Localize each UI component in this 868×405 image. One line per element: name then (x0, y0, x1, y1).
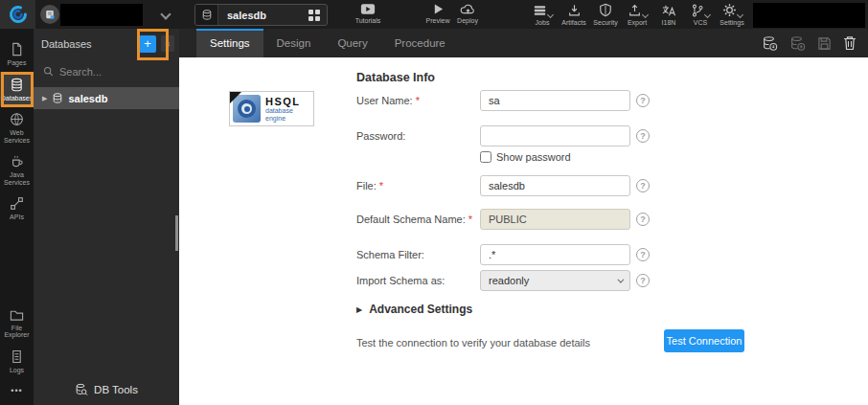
export-button[interactable]: Export (623, 3, 651, 26)
jobs-chevron-icon (546, 11, 553, 18)
show-password-option[interactable]: Show password (480, 151, 571, 163)
vcs-button[interactable]: VCS (686, 3, 715, 26)
deploy-button[interactable]: Deploy (449, 3, 486, 24)
reimport-db-button[interactable] (762, 35, 778, 52)
db-tab-label: salesdb (218, 10, 308, 21)
tutorials-label: Tutorials (355, 17, 381, 24)
add-database-button[interactable]: + (139, 35, 156, 53)
import-schema-help-icon[interactable]: ? (636, 274, 650, 287)
settings-content: HSQL database engine Database Info User … (179, 57, 868, 405)
db-tools-icon (75, 383, 88, 396)
test-connection-button[interactable]: Test Connection (664, 329, 744, 352)
gear-icon (722, 3, 737, 17)
jobs-label: Jobs (536, 19, 550, 26)
tab-procedure[interactable]: Procedure (381, 29, 459, 57)
folder-icon (10, 308, 24, 322)
settings-label: Settings (720, 19, 743, 26)
databases-icon (10, 78, 24, 92)
database-search[interactable] (34, 58, 179, 84)
sidebar-item-file-explorer[interactable]: File Explorer (0, 303, 34, 344)
advanced-settings-toggle[interactable]: ▶ Advanced Settings (356, 303, 472, 316)
advanced-expander-icon: ▶ (356, 305, 362, 314)
show-password-checkbox[interactable] (480, 151, 491, 163)
web-services-label: Web Services (0, 129, 34, 144)
grid-view-icon[interactable] (308, 10, 320, 21)
security-button[interactable]: Security (591, 3, 620, 26)
project-chevron-down-icon[interactable] (160, 9, 171, 19)
wavemaker-logo-icon (9, 5, 28, 24)
pages-icon (10, 42, 24, 56)
tutorials-button[interactable]: Tutorials (350, 3, 386, 24)
import-schema-select[interactable]: readonly (480, 270, 630, 291)
file-input[interactable] (480, 175, 630, 196)
delete-db-button[interactable] (843, 35, 857, 51)
sidebar-item-web-services[interactable]: Web Services (0, 106, 34, 148)
jobs-button[interactable]: Jobs (528, 3, 557, 26)
sidebar-item-java-services[interactable]: Java Services (0, 148, 34, 191)
open-database-tab[interactable]: salesdb (194, 4, 328, 26)
wavemaker-logo[interactable] (0, 0, 35, 29)
default-schema-input (480, 209, 630, 230)
i18n-button[interactable]: I18N (654, 3, 683, 26)
sidebar-more-button[interactable]: ••• (0, 378, 34, 405)
password-help-icon[interactable]: ? (636, 129, 650, 143)
artifacts-label: Artifacts (561, 19, 585, 26)
settings-button[interactable]: Settings (718, 3, 746, 26)
sidebar-item-pages[interactable]: Pages (0, 36, 34, 72)
deploy-label: Deploy (457, 17, 478, 24)
i18n-label: I18N (662, 19, 676, 26)
security-label: Security (593, 19, 617, 26)
db-tools-button[interactable]: DB Tools (34, 376, 179, 403)
databases-panel: Databases + « ▶ salesdb (34, 29, 179, 405)
sidebar-item-logs[interactable]: Logs (0, 344, 34, 379)
user-name-help-icon[interactable]: ? (636, 94, 650, 107)
tab-settings[interactable]: Settings (196, 29, 263, 57)
export-db-button[interactable] (789, 35, 806, 52)
schema-filter-help-icon[interactable]: ? (636, 248, 650, 261)
save-button[interactable] (817, 36, 832, 51)
sidebar-spacer (0, 226, 34, 303)
search-icon (43, 66, 54, 77)
hsql-logo-sub1: database (265, 107, 301, 115)
user-name-input[interactable] (480, 90, 630, 111)
play-icon (432, 3, 445, 15)
redacted-project-name (60, 4, 143, 26)
test-connection-hint: Test the connection to verify your datab… (356, 337, 590, 349)
hsql-logo-sub2: engine (265, 115, 301, 123)
collapse-panel-button[interactable]: « (161, 35, 174, 52)
expander-icon[interactable]: ▶ (42, 95, 47, 102)
database-icon (52, 92, 63, 104)
project-avatar[interactable] (40, 5, 59, 24)
tab-design[interactable]: Design (263, 29, 325, 57)
import-schema-label: Import Schema as: (356, 275, 445, 286)
vcs-label: VCS (694, 19, 707, 26)
logs-label: Logs (10, 367, 24, 374)
file-help-icon[interactable]: ? (636, 179, 650, 192)
user-name-label: User Name:* (356, 95, 420, 106)
sidebar-item-apis[interactable]: APIs (0, 191, 34, 226)
artifacts-button[interactable]: Artifacts (560, 3, 588, 26)
settings-chevron-icon (736, 11, 742, 18)
password-input[interactable] (480, 125, 630, 146)
search-input[interactable] (59, 66, 155, 78)
file-explorer-label: File Explorer (0, 325, 34, 339)
tree-item-salesdb[interactable]: ▶ salesdb (34, 87, 179, 109)
logs-icon (11, 349, 23, 364)
default-schema-help-icon[interactable]: ? (636, 213, 650, 226)
hsql-logo: HSQL database engine (229, 91, 314, 126)
import-schema-value: readonly (489, 275, 529, 286)
schema-filter-input[interactable] (480, 244, 630, 265)
panel-scrollbar[interactable] (175, 215, 178, 251)
file-label: File:* (356, 180, 383, 191)
main-area: Settings Design Query Procedure (179, 29, 868, 405)
panel-header: Databases + « (34, 29, 179, 58)
export-chevron-icon (641, 11, 648, 18)
apis-label: APIs (10, 214, 24, 221)
redacted-user-area (753, 3, 865, 28)
database-icon (195, 5, 218, 25)
select-chevron-down-icon (617, 276, 624, 282)
tab-query[interactable]: Query (324, 29, 380, 57)
pages-label: Pages (8, 59, 27, 67)
project-icon (44, 9, 56, 20)
sidebar-item-databases[interactable]: Databases (0, 72, 34, 107)
